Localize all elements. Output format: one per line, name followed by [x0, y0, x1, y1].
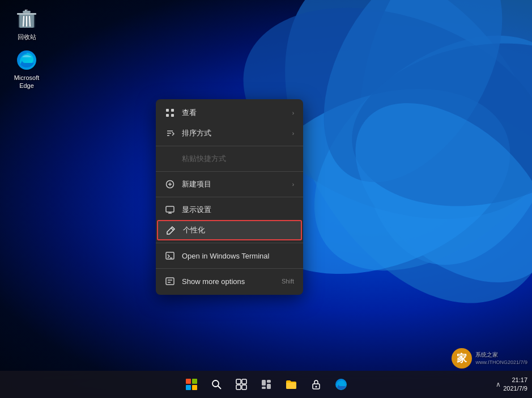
svg-rect-48 [267, 384, 271, 389]
svg-rect-44 [242, 385, 246, 389]
svg-rect-41 [236, 379, 241, 384]
terminal-label: Open in Windows Terminal [182, 252, 294, 260]
date: 2021/7/9 [503, 384, 527, 393]
recycle-bin-image [15, 8, 38, 31]
separator-1 [156, 146, 303, 146]
svg-rect-46 [267, 380, 271, 383]
svg-rect-32 [166, 278, 174, 285]
svg-rect-11 [17, 13, 36, 15]
sort-arrow: › [292, 130, 294, 137]
svg-line-12 [23, 16, 24, 26]
new-icon [165, 179, 175, 189]
edge-icon-desktop[interactable]: Microsoft Edge [7, 46, 46, 92]
watermark-site: 系统之家 [475, 351, 527, 359]
system-tray-icons: ∧ [496, 380, 501, 388]
menu-item-terminal[interactable]: Open in Windows Terminal [156, 245, 303, 266]
svg-rect-19 [171, 114, 174, 117]
new-label: 新建项目 [182, 179, 286, 189]
more-options-icon [165, 276, 175, 286]
more-options-shortcut: Shift [282, 278, 294, 285]
watermark: 家 系统之家 www.ITHONG2021/7/9 [452, 348, 527, 369]
recycle-bin-label: 回收站 [18, 33, 36, 41]
taskbar-center [180, 373, 352, 396]
display-label: 显示设置 [182, 205, 294, 215]
context-menu: 查看 › 排序方式 › 粘贴快捷方式 新建项目 › [156, 99, 303, 295]
menu-item-new[interactable]: 新建项目 › [156, 174, 303, 194]
svg-rect-18 [166, 114, 169, 117]
watermark-logo: 家 [452, 348, 472, 369]
sort-label: 排序方式 [182, 128, 286, 138]
svg-point-50 [315, 386, 317, 388]
svg-point-6 [287, 0, 532, 213]
display-icon [165, 205, 175, 215]
svg-rect-16 [166, 109, 169, 112]
personalize-icon [166, 225, 176, 235]
svg-rect-38 [192, 385, 197, 390]
lock-button[interactable] [305, 373, 327, 396]
svg-rect-47 [262, 387, 266, 389]
svg-rect-37 [186, 385, 191, 390]
svg-rect-36 [192, 379, 197, 384]
time: 21:17 [503, 376, 527, 384]
new-arrow: › [292, 181, 294, 188]
view-arrow: › [292, 110, 294, 116]
paste-shortcut-label: 粘贴快捷方式 [182, 154, 294, 164]
search-button[interactable] [205, 373, 228, 396]
svg-rect-42 [242, 379, 246, 384]
edge-icon-image [15, 49, 38, 71]
separator-3 [156, 197, 303, 197]
menu-item-personalize[interactable]: 个性化 [157, 220, 302, 240]
menu-item-paste-shortcut: 粘贴快捷方式 [156, 149, 303, 169]
svg-rect-17 [171, 109, 174, 112]
file-explorer-button[interactable] [280, 373, 303, 396]
svg-line-14 [29, 16, 30, 26]
recycle-bin-icon[interactable]: 回收站 [7, 6, 46, 43]
watermark-url: www.ITHONG2021/7/9 [475, 359, 527, 366]
system-tray: ∧ 21:17 2021/7/9 [496, 376, 527, 393]
edge-taskbar-button[interactable] [330, 373, 352, 396]
edge-label: Microsoft Edge [9, 74, 44, 90]
svg-rect-26 [166, 206, 174, 212]
separator-2 [156, 171, 303, 172]
clock[interactable]: 21:17 2021/7/9 [503, 376, 527, 393]
more-options-label: Show more options [182, 277, 275, 286]
svg-line-40 [218, 386, 221, 389]
svg-point-3 [270, 0, 532, 317]
svg-rect-10 [23, 11, 31, 13]
svg-rect-35 [186, 379, 191, 384]
menu-item-sort[interactable]: 排序方式 › [156, 123, 303, 143]
menu-item-more-options[interactable]: Show more options Shift [156, 271, 303, 291]
widgets-button[interactable] [255, 373, 278, 396]
svg-point-7 [322, 68, 532, 318]
personalize-label: 个性化 [183, 225, 293, 235]
menu-item-display[interactable]: 显示设置 [156, 200, 303, 220]
svg-point-39 [212, 380, 219, 387]
separator-4 [156, 243, 303, 243]
desktop: 回收站 Microsoft E [0, 0, 532, 398]
view-icon [165, 108, 175, 118]
svg-rect-45 [262, 380, 266, 386]
sort-icon [165, 128, 175, 138]
menu-item-view[interactable]: 查看 › [156, 103, 303, 123]
svg-rect-43 [236, 385, 241, 389]
separator-5 [156, 268, 303, 269]
paste-icon [165, 154, 175, 164]
taskbar: ∧ 21:17 2021/7/9 [0, 371, 532, 398]
watermark-text: 系统之家 www.ITHONG2021/7/9 [475, 351, 527, 366]
svg-point-5 [339, 24, 532, 226]
start-button[interactable] [180, 373, 203, 396]
terminal-icon [165, 251, 175, 261]
task-view-button[interactable] [230, 373, 253, 396]
svg-point-1 [334, 0, 532, 282]
svg-line-29 [171, 228, 173, 230]
view-label: 查看 [182, 108, 286, 118]
